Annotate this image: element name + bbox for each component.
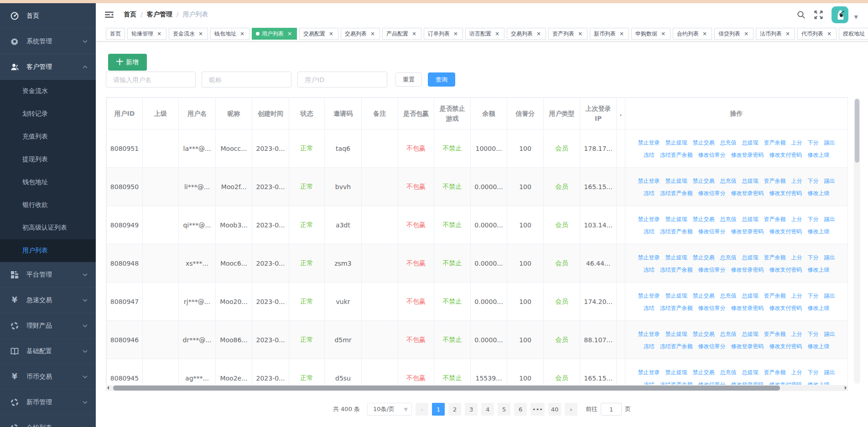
page-button-40[interactable]: 40 [548, 403, 561, 416]
row-action-总提现[interactable]: 总提现 [742, 293, 759, 299]
tab-授权地址[interactable]: 授权地址× [839, 28, 868, 40]
row-action-禁止登录[interactable]: 禁止登录 [638, 331, 660, 337]
row-action-冻结资产余额[interactable]: 冻结资产余额 [660, 152, 693, 158]
sidebar-subitem[interactable]: 提现列表 [0, 148, 96, 171]
row-action-冻结[interactable]: 冻结 [644, 305, 655, 311]
tab-订单列表[interactable]: 订单列表× [424, 28, 463, 40]
row-action-资产余额[interactable]: 资产余额 [764, 293, 786, 299]
breadcrumb-home[interactable]: 首页 [124, 10, 136, 19]
row-action-修改上级[interactable]: 修改上级 [808, 152, 830, 158]
row-action-踢出[interactable]: 踢出 [824, 216, 835, 222]
row-action-冻结[interactable]: 冻结 [644, 381, 655, 385]
row-action-上分[interactable]: 上分 [791, 369, 802, 376]
row-action-资产余额[interactable]: 资产余额 [764, 216, 786, 222]
row-action-资产余额[interactable]: 资产余额 [764, 369, 786, 376]
row-action-修改上级[interactable]: 修改上级 [808, 228, 830, 235]
row-action-禁止登录[interactable]: 禁止登录 [638, 293, 660, 299]
page-button-2[interactable]: 2 [448, 403, 461, 416]
row-action-冻结[interactable]: 冻结 [644, 152, 655, 158]
row-action-冻结[interactable]: 冻结 [644, 267, 655, 273]
add-user-button[interactable]: 十新增 [108, 54, 147, 71]
row-action-上分[interactable]: 上分 [791, 254, 802, 261]
row-action-修改信誉分[interactable]: 修改信誉分 [698, 267, 726, 273]
row-action-禁止交易[interactable]: 禁止交易 [693, 254, 715, 261]
row-action-资产余额[interactable]: 资产余额 [764, 139, 786, 146]
sidebar-item-basic-config[interactable]: 基础配置 [0, 339, 96, 364]
row-action-资产余额[interactable]: 资产余额 [764, 254, 786, 261]
page-ellipsis[interactable]: ••• [530, 403, 545, 416]
scroll-left-arrow-icon[interactable] [107, 386, 109, 390]
row-action-修改支付密码[interactable]: 修改支付密码 [769, 267, 802, 273]
row-action-冻结[interactable]: 冻结 [644, 190, 655, 196]
row-action-修改支付密码[interactable]: 修改支付密码 [769, 343, 802, 350]
row-action-禁止提现[interactable]: 禁止提现 [665, 254, 687, 261]
sidebar-item-system[interactable]: 系统管理 [0, 29, 96, 54]
fullscreen-icon[interactable] [814, 10, 823, 19]
tab-合约列表[interactable]: 合约列表× [673, 28, 712, 40]
page-button-6[interactable]: 6 [514, 403, 527, 416]
close-icon[interactable]: × [785, 31, 791, 37]
page-button-1[interactable]: 1 [432, 403, 445, 416]
username-search-input[interactable] [106, 72, 196, 87]
tab-首页[interactable]: 首页 [106, 28, 125, 40]
close-icon[interactable]: × [239, 31, 245, 37]
row-action-修改登录密码[interactable]: 修改登录密码 [731, 190, 764, 196]
row-action-禁止提现[interactable]: 禁止提现 [665, 331, 687, 337]
goto-page-input[interactable] [601, 403, 622, 416]
row-action-踢出[interactable]: 踢出 [824, 331, 835, 337]
tab-语言配置[interactable]: 语言配置× [465, 28, 504, 40]
userid-search-input[interactable] [297, 72, 387, 87]
row-action-修改信誉分[interactable]: 修改信誉分 [698, 228, 726, 235]
row-action-修改支付密码[interactable]: 修改支付密码 [769, 152, 802, 158]
tab-申购数据[interactable]: 申购数据× [631, 28, 670, 40]
row-action-禁止交易[interactable]: 禁止交易 [693, 139, 715, 146]
close-icon[interactable]: × [577, 31, 583, 37]
row-action-总提现[interactable]: 总提现 [742, 178, 759, 184]
close-icon[interactable]: × [826, 31, 832, 37]
row-action-修改上级[interactable]: 修改上级 [808, 190, 830, 196]
row-action-禁止交易[interactable]: 禁止交易 [693, 216, 715, 222]
row-action-上分[interactable]: 上分 [791, 331, 802, 337]
row-action-禁止交易[interactable]: 禁止交易 [693, 178, 715, 184]
sidebar-item-home[interactable]: 首页 [0, 3, 96, 29]
row-action-修改登录密码[interactable]: 修改登录密码 [731, 305, 764, 311]
tab-代币列表[interactable]: 代币列表× [797, 28, 837, 40]
close-icon[interactable]: × [619, 31, 625, 37]
tab-钱包地址[interactable]: 钱包地址× [210, 28, 249, 40]
row-action-禁止登录[interactable]: 禁止登录 [638, 216, 660, 222]
breadcrumb-customer[interactable]: 客户管理 [147, 10, 172, 19]
row-action-禁止登录[interactable]: 禁止登录 [638, 178, 660, 184]
row-action-禁止登录[interactable]: 禁止登录 [638, 139, 660, 146]
row-action-修改登录密码[interactable]: 修改登录密码 [731, 152, 764, 158]
row-action-禁止登录[interactable]: 禁止登录 [638, 254, 660, 261]
row-action-修改信誉分[interactable]: 修改信誉分 [698, 190, 726, 196]
tab-新币列表[interactable]: 新币列表× [590, 28, 629, 40]
row-action-修改登录密码[interactable]: 修改登录密码 [731, 381, 764, 385]
row-action-总提现[interactable]: 总提现 [742, 331, 759, 337]
sidebar-subitem[interactable]: 初高级认证列表 [0, 216, 96, 239]
row-action-禁止提现[interactable]: 禁止提现 [665, 178, 687, 184]
row-action-总充值[interactable]: 总充值 [720, 293, 737, 299]
row-action-禁止提现[interactable]: 禁止提现 [665, 369, 687, 376]
row-action-冻结[interactable]: 冻结 [644, 343, 655, 350]
row-action-资产余额[interactable]: 资产余额 [764, 331, 786, 337]
close-icon[interactable]: × [286, 31, 293, 37]
row-action-总提现[interactable]: 总提现 [742, 139, 759, 146]
close-icon[interactable]: × [369, 31, 376, 37]
nickname-search-input[interactable] [202, 72, 291, 87]
row-action-修改支付密码[interactable]: 修改支付密码 [769, 228, 802, 235]
row-action-下分[interactable]: 下分 [808, 254, 819, 261]
page-button-4[interactable]: 4 [481, 403, 494, 416]
row-action-上分[interactable]: 上分 [791, 178, 802, 184]
sidebar-item-coin-trade[interactable]: ¥币币交易 [0, 364, 96, 390]
row-action-总充值[interactable]: 总充值 [720, 178, 737, 184]
row-action-修改信誉分[interactable]: 修改信誉分 [698, 343, 726, 350]
sidebar-subitem[interactable]: 充值列表 [0, 125, 96, 148]
row-action-踢出[interactable]: 踢出 [824, 293, 835, 299]
tab-借贷列表[interactable]: 借贷列表× [714, 28, 754, 40]
row-action-下分[interactable]: 下分 [808, 139, 819, 146]
row-action-修改上级[interactable]: 修改上级 [808, 267, 830, 273]
sidebar-subitem[interactable]: 钱包地址 [0, 171, 96, 194]
search-icon[interactable] [797, 10, 806, 19]
row-action-上分[interactable]: 上分 [791, 216, 802, 222]
